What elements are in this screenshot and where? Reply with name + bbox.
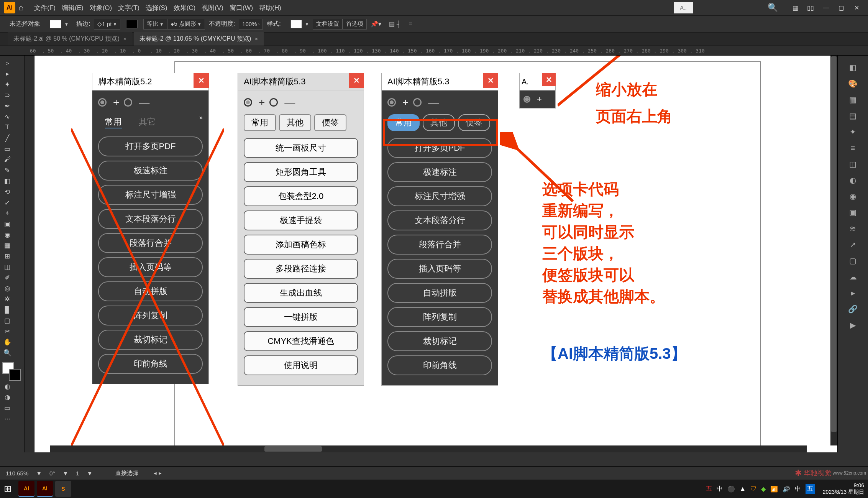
search-icon[interactable]: 🔍 [768,3,778,13]
tray-icon[interactable]: 📶 [770,485,778,493]
doc-setup-button[interactable]: 文档设置 [313,19,343,30]
menu-type[interactable]: 文字(T) [118,3,139,12]
radio-off[interactable] [413,98,422,107]
btn-corner-line[interactable]: 印前角线 [387,355,492,375]
scale-tool[interactable]: ⤢ [2,197,12,207]
align-icon[interactable]: ▤ ┤ [389,20,401,28]
ime-icon2[interactable]: 五 [806,484,815,494]
btn-open-pdf[interactable]: 打开多页PDF [98,136,203,156]
free-transform-tool[interactable]: ▣ [2,219,12,229]
taskbar-app-ai[interactable]: Ai [18,481,34,497]
minimize-button[interactable]: — [820,2,832,13]
radio-on[interactable] [98,98,107,107]
graph-tool[interactable]: ▊ [2,305,12,315]
tab-other[interactable]: 其他 [279,114,311,131]
shape-builder-tool[interactable]: ◉ [2,230,12,240]
menu-object[interactable]: 对象(O) [90,3,112,12]
btn-para-merge[interactable]: 段落行合并 [387,235,492,255]
menu-select[interactable]: 选择(S) [146,3,167,12]
btn-manual[interactable]: 使用说明 [244,355,358,375]
slice-tool[interactable]: ✂ [2,326,12,336]
btn-corner-line[interactable]: 印前角线 [98,354,203,374]
fill-swatch[interactable] [50,20,61,28]
volume-icon[interactable]: 🔊 [783,485,790,493]
close-button[interactable]: ✕ [851,2,862,13]
workspace-button[interactable]: ▦ [789,2,801,13]
clock[interactable]: 9:06 2023/8/13 星期日 [823,482,864,495]
btn-fast-mark[interactable]: 极速标注 [98,161,203,181]
tab-other[interactable]: 其它 [132,114,162,130]
stroke-icon[interactable]: ≡ [847,141,860,154]
horizontal-scrollbar[interactable] [50,445,807,452]
rectangle-tool[interactable]: ▭ [2,144,12,154]
radio-on[interactable] [387,98,396,107]
type-tool[interactable]: T [2,122,12,132]
taskbar-app-ai2[interactable]: Ai [37,481,53,497]
actions-icon[interactable]: ▸ [847,286,860,299]
canvas[interactable]: 脚本精简版5.2 ✕ +— 常用 其它 » 打开多页PDF 极速标注 标注尺寸增… [25,56,837,452]
mini-panel-button[interactable]: A.. [674,2,693,13]
line-tool[interactable]: ╱ [2,133,12,143]
artboards-icon[interactable]: ▢ [847,254,860,267]
artboard-tool[interactable]: ▢ [2,316,12,325]
hand-tool[interactable]: ✋ [2,337,12,347]
brush-tool[interactable]: 🖌 [2,154,12,164]
stroke-swatch[interactable] [126,20,138,28]
symbol-tool[interactable]: ✲ [2,294,12,304]
tray-icon[interactable]: ▲ [740,485,746,492]
tray-icon[interactable]: 中 [717,485,723,493]
gradient-tool[interactable]: ◫ [2,262,12,272]
btn-fast-mark[interactable]: 极速标注 [387,162,492,182]
links-icon[interactable]: 🔗 [847,302,860,316]
shaper-tool[interactable]: ✎ [2,165,12,175]
zoom-tool[interactable]: 🔍 [2,348,12,358]
taskbar-app-other[interactable]: S [55,481,71,497]
menu-help[interactable]: 帮助(H) [259,3,281,12]
symbols-icon[interactable]: ✦ [847,125,860,138]
close-icon[interactable]: ✕ [483,73,498,88]
arrange-button[interactable]: ▯▯ [805,2,816,13]
btn-bleed-line[interactable]: 生成出血线 [244,283,358,303]
stroke-field[interactable]: ◇ 1 pt ▼ [94,19,120,30]
draw-mode[interactable]: ◑ [2,392,12,402]
tray-icon[interactable]: 五 [706,485,712,493]
opacity-field[interactable]: 100% › [239,19,263,30]
curvature-tool[interactable]: ∿ [2,112,12,122]
menu-edit[interactable]: 编辑(E) [62,3,84,12]
btn-add-swatch[interactable]: 添加画稿色标 [244,235,358,255]
tab-doc2[interactable]: 未标题-2 @ 110.65 % (CMYK/CPU 预览)× [134,32,264,46]
tab-doc1[interactable]: 未标题-2.ai @ 50 % (CMYK/CPU 预览)× [8,32,132,46]
pin-icon[interactable]: 📌▾ [371,20,381,28]
gradient-icon[interactable]: ◫ [847,158,860,171]
eyedropper-tool[interactable]: ✐ [2,273,12,283]
menu-file[interactable]: 文件(F) [34,3,56,12]
appearance-icon[interactable]: ◉ [847,190,860,203]
brush-field[interactable]: ● 5 点圆形 ▼ [167,19,205,30]
tray-icon[interactable]: ⚫ [727,485,735,493]
rotate-tool[interactable]: ⟲ [2,187,12,197]
btn-box-type[interactable]: 包装盒型2.0 [244,186,358,206]
panel-menu-icon[interactable]: ≡ [409,21,412,28]
windows-start[interactable]: ⊞ [4,483,11,494]
tab-common[interactable]: 常用 [244,114,276,131]
zoom-value[interactable]: 110.65% [6,470,28,477]
btn-dim-mark[interactable]: 标注尺寸增强 [98,185,203,205]
btn-path-join[interactable]: 多段路径连接 [244,259,358,279]
pen-tool[interactable]: ✒ [2,101,12,111]
btn-text-split[interactable]: 文本段落分行 [98,209,203,229]
btn-page-num[interactable]: 插入页码等 [387,259,492,279]
radio-off[interactable] [269,98,278,107]
btn-text-split[interactable]: 文本段落分行 [387,210,492,230]
vertical-scrollbar[interactable] [830,56,837,445]
btn-array-copy[interactable]: 阵列复制 [98,306,203,325]
graphic-styles-icon[interactable]: ▣ [847,206,860,219]
properties-icon[interactable]: ◧ [847,61,860,74]
btn-page-num[interactable]: 插入页码等 [98,257,203,277]
prefs-button[interactable]: 首选项 [343,19,367,30]
system-tray[interactable]: 五 中 ⚫ ▲ 🛡 ◆ 📶 🔊 中 五 9:06 2023/8/13 星期日 [704,482,864,495]
magic-wand-tool[interactable]: ✦ [2,79,12,89]
libraries-icon[interactable]: ☁ [847,270,860,283]
selection-tool[interactable]: ▹ [2,58,12,68]
rotate-value[interactable]: 0° [49,470,55,477]
color-mode[interactable]: ◐ [2,381,12,391]
